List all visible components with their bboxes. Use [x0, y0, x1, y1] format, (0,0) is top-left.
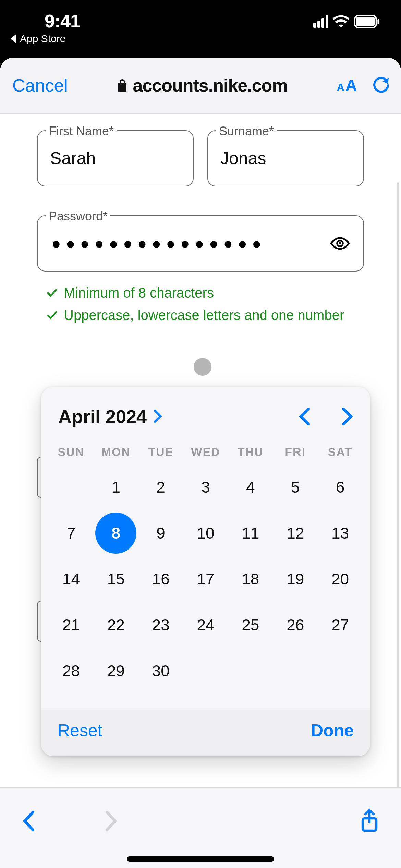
- share-button[interactable]: [360, 809, 379, 833]
- next-month-button[interactable]: [341, 408, 353, 425]
- password-value: ●●●●●●●●●●●●●●●: [51, 234, 266, 253]
- safari-toolbar: Cancel accounts.nike.com AA: [0, 58, 401, 114]
- surname-field[interactable]: Surname* Jonas: [207, 130, 364, 186]
- day-7[interactable]: 7: [49, 510, 94, 556]
- day-empty: .: [49, 464, 94, 510]
- nav-forward-button: [104, 810, 118, 832]
- day-28[interactable]: 28: [49, 648, 94, 694]
- day-26[interactable]: 26: [273, 602, 318, 648]
- prev-month-button[interactable]: [299, 408, 311, 425]
- first-name-field[interactable]: First Name* Sarah: [37, 130, 194, 186]
- text-size-button[interactable]: AA: [337, 76, 357, 95]
- check-icon: [47, 310, 58, 321]
- day-4[interactable]: 4: [228, 464, 273, 510]
- day-30[interactable]: 30: [138, 648, 183, 694]
- day-empty: .: [273, 648, 318, 694]
- toggle-password-visibility-icon[interactable]: [330, 237, 350, 250]
- battery-icon: [354, 15, 380, 28]
- day-6[interactable]: 6: [318, 464, 363, 510]
- day-23[interactable]: 23: [138, 602, 183, 648]
- day-16[interactable]: 16: [138, 556, 183, 602]
- back-to-appstore[interactable]: App Store: [10, 33, 65, 45]
- back-appstore-label: App Store: [20, 33, 65, 45]
- day-empty: .: [183, 648, 228, 694]
- status-bar: 9:41: [0, 0, 401, 34]
- dow-header: WED: [183, 439, 228, 464]
- address-bar[interactable]: accounts.nike.com: [117, 75, 287, 96]
- dow-header: THU: [228, 439, 273, 464]
- day-18[interactable]: 18: [228, 556, 273, 602]
- cellular-icon: [313, 15, 328, 28]
- day-empty: .: [318, 648, 363, 694]
- first-name-value: Sarah: [37, 130, 194, 186]
- done-button[interactable]: Done: [311, 721, 354, 740]
- day-15[interactable]: 15: [94, 556, 138, 602]
- dob-field-partial: [37, 457, 41, 498]
- lock-icon: [117, 75, 128, 96]
- day-2[interactable]: 2: [138, 464, 183, 510]
- touch-indicator: [194, 358, 211, 376]
- day-3[interactable]: 3: [183, 464, 228, 510]
- day-17[interactable]: 17: [183, 556, 228, 602]
- surname-label: Surname*: [216, 124, 277, 138]
- cancel-button[interactable]: Cancel: [12, 75, 68, 96]
- day-29[interactable]: 29: [94, 648, 138, 694]
- password-rule-charset: Uppercase, lowercase letters and one num…: [47, 308, 364, 323]
- month-year-button[interactable]: April 2024: [58, 406, 162, 427]
- day-25[interactable]: 25: [228, 602, 273, 648]
- password-rule-minlength: Minimum of 8 characters: [47, 285, 364, 301]
- reload-button[interactable]: [372, 76, 389, 94]
- day-8[interactable]: 8: [94, 510, 138, 556]
- svg-rect-1: [356, 17, 375, 26]
- day-20[interactable]: 20: [318, 556, 363, 602]
- day-19[interactable]: 19: [273, 556, 318, 602]
- day-9[interactable]: 9: [138, 510, 183, 556]
- date-picker: April 2024: [41, 387, 370, 756]
- day-1[interactable]: 1: [94, 464, 138, 510]
- home-indicator[interactable]: [127, 856, 274, 862]
- nav-back-button[interactable]: [22, 810, 36, 832]
- password-label: Password*: [46, 209, 110, 224]
- status-time: 9:41: [45, 10, 80, 32]
- day-11[interactable]: 11: [228, 510, 273, 556]
- day-24[interactable]: 24: [183, 602, 228, 648]
- scrollbar[interactable]: [397, 182, 399, 799]
- reset-button[interactable]: Reset: [58, 721, 102, 740]
- status-icons: [313, 15, 380, 28]
- day-27[interactable]: 27: [318, 602, 363, 648]
- safari-bottom-toolbar: [0, 787, 401, 868]
- dow-header: SUN: [49, 439, 94, 464]
- day-12[interactable]: 12: [273, 510, 318, 556]
- day-10[interactable]: 10: [183, 510, 228, 556]
- dow-header: SAT: [318, 439, 363, 464]
- dow-header: TUE: [138, 439, 183, 464]
- country-field-partial: [37, 601, 41, 642]
- day-14[interactable]: 14: [49, 556, 94, 602]
- dow-header: MON: [94, 439, 138, 464]
- day-empty: .: [228, 648, 273, 694]
- day-21[interactable]: 21: [49, 602, 94, 648]
- day-22[interactable]: 22: [94, 602, 138, 648]
- svg-point-4: [339, 242, 341, 244]
- chevron-right-icon: [153, 406, 162, 427]
- surname-value: Jonas: [207, 130, 364, 186]
- svg-rect-2: [377, 19, 379, 24]
- check-icon: [47, 288, 58, 299]
- month-year-label: April 2024: [58, 406, 147, 427]
- day-13[interactable]: 13: [318, 510, 363, 556]
- password-field[interactable]: Password* ●●●●●●●●●●●●●●●: [37, 215, 364, 272]
- url-domain: accounts.nike.com: [133, 75, 287, 96]
- dow-header: FRI: [273, 439, 318, 464]
- first-name-label: First Name*: [46, 124, 117, 138]
- day-5[interactable]: 5: [273, 464, 318, 510]
- wifi-icon: [333, 15, 349, 28]
